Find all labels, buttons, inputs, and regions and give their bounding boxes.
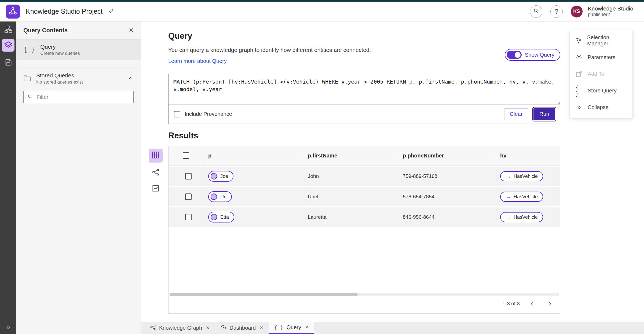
app-logo[interactable]: [6, 5, 20, 19]
stored-queries-description: No stored queries exist: [36, 80, 83, 85]
cell-firstname: Uriel: [303, 187, 398, 206]
tab-close-icon[interactable]: ✕: [305, 325, 309, 330]
query-code-input[interactable]: MATCH (p:Person)-[hv:HasVehicle]->(v:Veh…: [169, 74, 560, 104]
stored-queries-label: Stored Queries: [36, 72, 83, 79]
arrow-right-icon: →: [506, 214, 511, 220]
app-header: Knowledge Studio Project ✎ ? KS Knowledg…: [0, 2, 644, 21]
row-checkbox[interactable]: [185, 173, 192, 179]
dashboard-icon: [220, 324, 226, 332]
table-row[interactable]: Etta Lauretta 846-956-8644 → HasVehicle: [169, 207, 560, 227]
tab-dashboard[interactable]: Dashboard ✕: [215, 322, 269, 334]
add-to-label: Add To: [588, 71, 604, 77]
model-hierarchy-button[interactable]: [2, 23, 14, 36]
tab-close-icon[interactable]: ✕: [259, 325, 263, 331]
user-avatar[interactable]: KS: [571, 6, 583, 17]
result-view-tools: [148, 149, 163, 195]
braces-icon: { }: [274, 325, 283, 331]
query-item-description: Create new queries: [40, 51, 80, 56]
panel-close-icon[interactable]: ✕: [129, 27, 134, 34]
chevron-up-icon[interactable]: [128, 75, 134, 82]
row-checkbox[interactable]: [185, 193, 192, 200]
collapse-chevrons-icon: »: [575, 103, 583, 111]
query-actions-menu: Selection Manager Parameters Add To { } …: [570, 30, 632, 118]
panel-header: Query Contents ✕: [16, 21, 141, 39]
network-logo-icon: [9, 7, 17, 16]
help-icon: ?: [555, 8, 558, 15]
edge-pill[interactable]: → HasVehicle: [500, 192, 543, 202]
braces-icon: { }: [575, 84, 583, 97]
search-icon: [533, 8, 539, 15]
parameters-label: Parameters: [588, 54, 615, 60]
stored-queries-section: Stored Queries No stored queries exist: [16, 67, 141, 109]
toggle-switch-on[interactable]: [507, 51, 522, 59]
pagination-range: 1-3 of 3: [503, 301, 520, 307]
table-view-button[interactable]: [149, 149, 163, 163]
clear-button[interactable]: Clear: [504, 108, 528, 120]
table-row[interactable]: Uri Uriel 578-654-7854 → HasVehicle: [169, 187, 560, 206]
include-provenance-checkbox[interactable]: [174, 111, 180, 117]
tab-knowledge-graph[interactable]: Knowledge Graph ✕: [145, 322, 215, 334]
table-row[interactable]: Joe John 759-889-57168 → HasVehicle: [169, 167, 560, 186]
folder-icon: [23, 74, 31, 83]
previous-page-button[interactable]: [527, 298, 537, 309]
column-header-phone[interactable]: p.phoneNumber: [398, 146, 495, 165]
header-actions: ? KS Knowledge Studio publisher2: [530, 5, 633, 18]
add-to-icon: [575, 70, 583, 77]
knowledge-studio-app: Knowledge Studio Project ✎ ? KS Knowledg…: [0, 0, 644, 334]
gear-icon: [575, 54, 583, 61]
select-all-checkbox[interactable]: [183, 152, 189, 159]
show-query-label: Show Query: [525, 52, 554, 58]
knowledge-graph-icon: [150, 324, 156, 332]
run-button[interactable]: Run: [533, 108, 555, 120]
node-label: Etta: [220, 214, 229, 220]
main-content: Query You can query a knowledge graph to…: [168, 21, 560, 314]
tab-close-icon[interactable]: ✕: [206, 325, 210, 331]
edit-project-name-icon[interactable]: ✎: [108, 7, 114, 16]
tab-query[interactable]: { } Query ✕: [269, 322, 314, 334]
expand-rail-button[interactable]: »: [0, 323, 16, 331]
search-button[interactable]: [530, 5, 542, 18]
selection-manager-item[interactable]: Selection Manager: [570, 32, 632, 49]
show-query-toggle[interactable]: Show Query: [505, 49, 560, 61]
edge-pill[interactable]: → HasVehicle: [500, 171, 543, 181]
queries-rail-button[interactable]: [2, 39, 14, 52]
user-name: publisher2: [588, 12, 633, 17]
node-pill[interactable]: Etta: [208, 212, 234, 222]
node-pill[interactable]: Uri: [208, 191, 232, 202]
query-item[interactable]: { } Query Create new queries: [16, 39, 141, 60]
chart-view-button[interactable]: [150, 183, 162, 195]
stored-query-filter: [23, 91, 134, 103]
column-header-p[interactable]: p: [203, 146, 303, 165]
selection-manager-icon: [575, 37, 582, 44]
tab-label: Query: [287, 324, 301, 331]
pagination: 1-3 of 3: [503, 297, 555, 311]
query-contents-panel: Query Contents ✕ { } Query Create new qu…: [16, 21, 141, 334]
scrollbar-thumb[interactable]: [170, 293, 358, 296]
node-dot-icon: [211, 214, 217, 220]
save-rail-button[interactable]: [2, 56, 14, 69]
hierarchy-icon: [4, 25, 12, 34]
results-container: p p.firstName p.phoneNumber hv Joe John …: [168, 146, 560, 314]
collapse-item[interactable]: » Collapse: [570, 99, 632, 116]
tab-label: Dashboard: [229, 325, 256, 331]
panel-title: Query Contents: [23, 27, 68, 34]
row-checkbox[interactable]: [185, 214, 192, 220]
store-query-item[interactable]: { } Store Query: [570, 82, 632, 99]
node-pill[interactable]: Joe: [208, 171, 233, 182]
help-button[interactable]: ?: [550, 5, 563, 18]
parameters-item[interactable]: Parameters: [570, 49, 632, 66]
graph-view-button[interactable]: [150, 167, 162, 179]
horizontal-scrollbar[interactable]: [169, 293, 559, 296]
stored-queries-header[interactable]: Stored Queries No stored queries exist: [16, 67, 141, 89]
results-title: Results: [168, 131, 560, 141]
learn-more-link[interactable]: Learn more about Query: [168, 58, 227, 64]
column-header-hv[interactable]: hv: [495, 146, 560, 165]
user-info: Knowledge Studio publisher2: [588, 5, 633, 17]
edge-pill[interactable]: → HasVehicle: [500, 212, 543, 222]
cell-firstname: Lauretta: [303, 207, 398, 227]
filter-input[interactable]: [36, 94, 130, 100]
column-header-firstname[interactable]: p.firstName: [303, 146, 398, 165]
next-page-button[interactable]: [544, 298, 555, 309]
node-dot-icon: [211, 193, 217, 200]
graph-view-icon: [152, 168, 159, 177]
